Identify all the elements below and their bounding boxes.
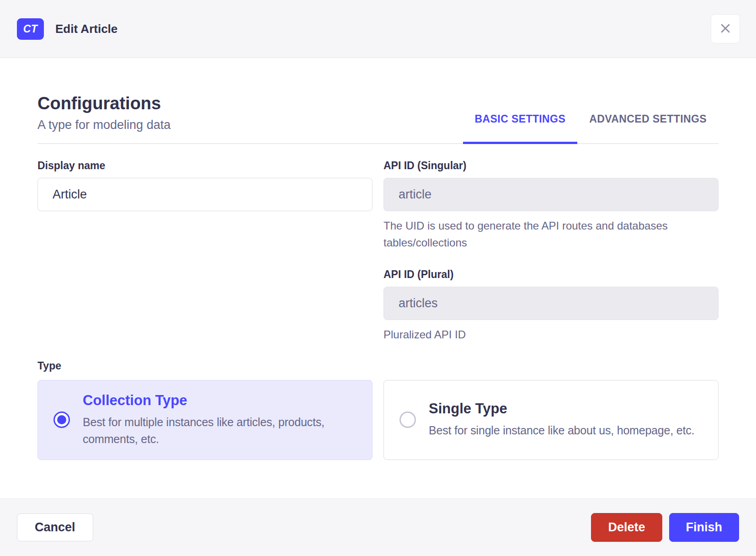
page-subtitle: A type for modeling data [37,118,170,143]
single-type-option[interactable]: Single Type Best for single instance lik… [383,380,719,460]
single-type-title: Single Type [429,401,705,417]
edit-content-type-modal: CT Edit Article Configurations A type fo… [0,0,756,556]
api-id-plural-input [383,287,719,320]
page-title: Configurations [37,94,170,113]
single-type-description: Best for single instance like about us, … [429,422,705,438]
form-right-column: API ID (Singular) The UID is used to gen… [383,160,719,343]
single-type-text: Single Type Best for single instance lik… [429,401,705,438]
content-type-badge-icon: CT [17,18,44,40]
modal-header-left: CT Edit Article [17,18,117,40]
modal-body: Configurations A type for modeling data … [0,58,756,498]
footer-action-buttons: Delete Finish [591,513,739,542]
api-id-singular-input [383,178,719,211]
collection-type-option[interactable]: Collection Type Best for multiple instan… [37,380,373,460]
api-id-singular-label: API ID (Singular) [383,160,719,172]
finish-button[interactable]: Finish [669,513,740,542]
display-name-label: Display name [37,160,373,172]
settings-tabs: BASIC SETTINGS ADVANCED SETTINGS [463,113,719,143]
form-left-column: Display name [37,160,373,343]
modal-title: Edit Article [55,22,117,36]
section-header: Configurations A type for modeling data … [37,94,719,144]
api-id-plural-label: API ID (Plural) [383,268,719,281]
type-options: Collection Type Best for multiple instan… [37,380,719,460]
delete-button[interactable]: Delete [591,513,662,542]
tab-basic-settings[interactable]: BASIC SETTINGS [463,113,578,144]
radio-unchecked-icon[interactable] [399,412,416,428]
api-id-singular-field: API ID (Singular) The UID is used to gen… [383,160,719,251]
collection-type-title: Collection Type [83,392,359,409]
type-label: Type [37,360,61,372]
section-titles: Configurations A type for modeling data [37,94,170,143]
content-type-badge-label: CT [23,23,38,35]
radio-checked-icon[interactable] [53,412,70,428]
cancel-button[interactable]: Cancel [17,513,93,541]
api-id-plural-helper: Pluralized API ID [383,326,694,343]
display-name-input[interactable] [37,178,373,211]
close-icon [718,21,733,37]
close-button[interactable] [711,14,740,43]
type-section: Type Collection Type Best for multiple i… [37,360,719,460]
collection-type-text: Collection Type Best for multiple instan… [83,392,359,447]
api-id-singular-helper: The UID is used to generate the API rout… [383,217,694,251]
modal-footer: Cancel Delete Finish [0,498,756,556]
display-name-field: Display name [37,160,373,211]
tab-advanced-settings[interactable]: ADVANCED SETTINGS [577,113,719,144]
configuration-form: Display name API ID (Singular) The UID i… [37,160,719,343]
modal-header: CT Edit Article [0,0,756,58]
api-id-plural-field: API ID (Plural) Pluralized API ID [383,268,719,343]
collection-type-description: Best for multiple instances like article… [83,414,359,447]
